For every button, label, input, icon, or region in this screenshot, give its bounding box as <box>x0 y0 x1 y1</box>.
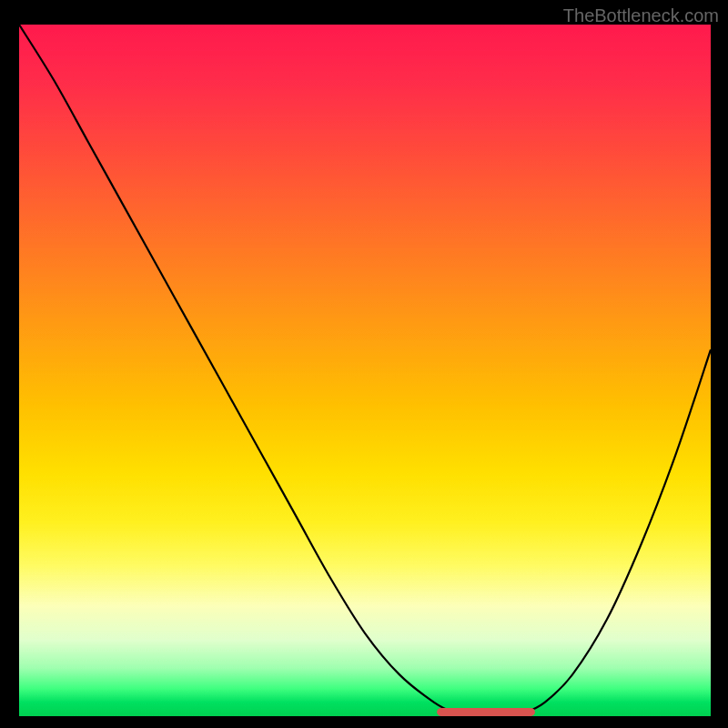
chart-plot-area <box>19 25 711 716</box>
bottleneck-curve <box>19 25 711 716</box>
watermark-text: TheBottleneck.com <box>563 5 719 26</box>
chart-svg <box>19 25 711 716</box>
